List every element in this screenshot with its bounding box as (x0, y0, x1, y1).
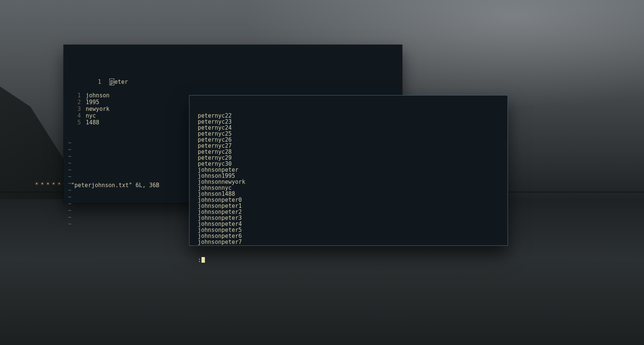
wallpaper-mountain (0, 86, 68, 199)
tilde-icon: ~ (68, 153, 71, 160)
pager-prompt-colon: : (198, 257, 201, 263)
output-line: johnsonpeter6 (198, 233, 505, 239)
output-line: johnson1995 (198, 173, 505, 179)
output-line: peternyc26 (198, 137, 505, 143)
pager-prompt-line[interactable]: : (198, 257, 505, 263)
output-line: johnsonpeter7 (198, 239, 505, 245)
output-line: johnsonpeter4 (198, 221, 505, 227)
block-cursor (202, 257, 205, 263)
output-line: johnsonpeter1 (198, 203, 505, 209)
output-line: johnsonpeter5 (198, 227, 505, 233)
output-line: peternyc23 (198, 119, 505, 125)
output-line: johnsonpeter (198, 167, 505, 173)
output-line: johnson1488 (198, 191, 505, 197)
output-line: johnsonnewyork (198, 179, 505, 185)
vim-text: 1995 (86, 99, 99, 106)
output-line: peternyc22 (198, 113, 505, 119)
vim-gutter-relnum: 1 (68, 92, 82, 99)
vim-gutter-relnum: 4 (68, 112, 82, 119)
vim-text: 1488 (86, 119, 99, 126)
vim-text: nyc (86, 112, 96, 119)
tilde-icon: ~ (68, 166, 71, 173)
vim-gutter-relnum: 5 (68, 119, 82, 126)
vim-line-current[interactable]: 1 peter (68, 72, 399, 79)
vim-text: eter (114, 79, 128, 85)
tilde-icon: ~ (68, 214, 71, 221)
vim-gutter-relnum: 2 (68, 99, 82, 106)
tilde-icon: ~ (68, 200, 71, 207)
terminal-output[interactable]: peternyc22peternyc23peternyc24peternyc25… (198, 101, 505, 242)
output-line: johnsonpeter0 (198, 197, 505, 203)
output-line: peternyc29 (198, 155, 505, 161)
output-line: johnsonpeter2 (198, 209, 505, 215)
tilde-icon: ~ (68, 139, 71, 146)
tilde-icon: ~ (68, 146, 71, 153)
tilde-icon: ~ (68, 221, 71, 227)
tilde-icon: ~ (68, 194, 71, 200)
tilde-icon: ~ (68, 207, 71, 214)
vim-gutter-current: 1 (88, 79, 103, 85)
output-line: peternyc30 (198, 161, 505, 167)
output-line: peternyc24 (198, 125, 505, 131)
output-line: johnsonnyc (198, 185, 505, 191)
vim-text: johnson (86, 92, 109, 99)
tilde-icon: ~ (68, 173, 71, 180)
tilde-icon: ~ (68, 160, 71, 166)
output-line: johnsonpeter3 (198, 215, 505, 221)
vim-status-line: "peterjohnson.txt" 6L, 36B (71, 182, 159, 189)
vim-cursor: p (109, 79, 114, 85)
output-line: peternyc28 (198, 149, 505, 155)
output-terminal-window[interactable]: peternyc22peternyc23peternyc24peternyc25… (189, 95, 508, 246)
vim-gutter-relnum: 3 (68, 106, 82, 112)
vim-text: newyork (86, 106, 109, 112)
output-line: peternyc27 (198, 143, 505, 149)
output-line: peternyc25 (198, 131, 505, 137)
